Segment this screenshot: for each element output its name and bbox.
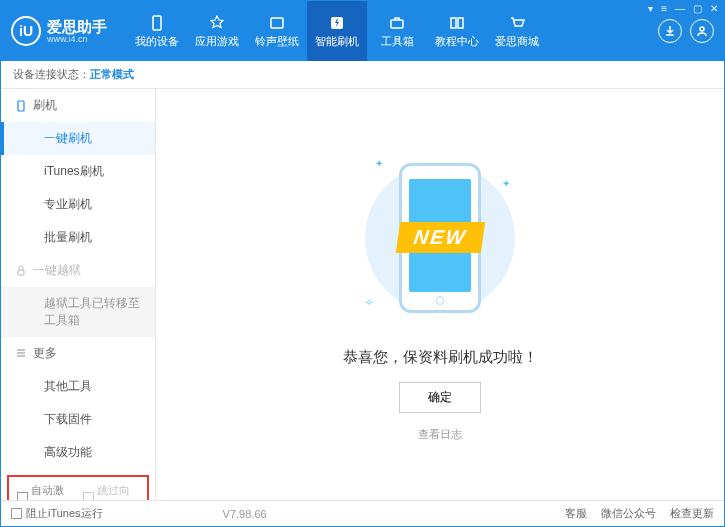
sidebar-item-download-fw[interactable]: 下载固件 — [1, 403, 155, 436]
header: iU 爱思助手 www.i4.cn 我的设备 应用游戏 铃声壁纸 智能刷机 — [1, 1, 724, 61]
svg-rect-1 — [271, 18, 283, 28]
version-label: V7.98.66 — [223, 508, 267, 520]
footer: 阻止iTunes运行 V7.98.66 客服 微信公众号 检查更新 — [1, 500, 724, 526]
status-label: 设备连接状态： — [13, 67, 90, 82]
sidebar-item-oneclick[interactable]: 一键刷机 — [1, 122, 155, 155]
footer-link-wechat[interactable]: 微信公众号 — [601, 506, 656, 521]
list-icon — [15, 347, 27, 359]
footer-link-support[interactable]: 客服 — [565, 506, 587, 521]
success-illustration: ✦ ✦ ✧ NEW — [355, 148, 525, 328]
svg-rect-6 — [18, 270, 24, 275]
svg-rect-3 — [391, 20, 403, 28]
sidebar-item-batch[interactable]: 批量刷机 — [1, 221, 155, 254]
apps-icon — [208, 14, 226, 32]
sidebar-group-jailbreak: 一键越狱 — [1, 254, 155, 287]
top-nav: 我的设备 应用游戏 铃声壁纸 智能刷机 工具箱 教程中心 — [127, 1, 658, 61]
checkbox-icon — [17, 492, 28, 500]
checkbox-icon — [11, 508, 22, 519]
sidebar-item-pro[interactable]: 专业刷机 — [1, 188, 155, 221]
success-text: 恭喜您，保资料刷机成功啦！ — [343, 348, 538, 367]
nav-tutorials[interactable]: 教程中心 — [427, 1, 487, 61]
toolbox-icon — [388, 14, 406, 32]
checkbox-block-itunes[interactable]: 阻止iTunes运行 — [11, 506, 103, 521]
sidebar-jailbreak-info: 越狱工具已转移至工具箱 — [1, 287, 155, 337]
lock-icon — [15, 265, 27, 277]
nav-my-device[interactable]: 我的设备 — [127, 1, 187, 61]
cart-icon — [508, 14, 526, 32]
nav-apps[interactable]: 应用游戏 — [187, 1, 247, 61]
sidebar: 刷机 一键刷机 iTunes刷机 专业刷机 批量刷机 一键越狱 越狱工具已转移至… — [1, 89, 156, 500]
ok-button[interactable]: 确定 — [399, 382, 481, 413]
phone-small-icon — [15, 100, 27, 112]
app-url: www.i4.cn — [47, 34, 107, 44]
phone-icon — [148, 14, 166, 32]
sidebar-group-more[interactable]: 更多 — [1, 337, 155, 370]
minimize-icon[interactable]: — — [675, 3, 685, 14]
status-bar: 设备连接状态： 正常模式 — [1, 61, 724, 89]
sidebar-item-advanced[interactable]: 高级功能 — [1, 436, 155, 469]
highlight-box: 自动激活 跳过向导 — [7, 475, 149, 500]
book-icon — [448, 14, 466, 32]
nav-toolbox[interactable]: 工具箱 — [367, 1, 427, 61]
close-icon[interactable]: ✕ — [710, 3, 718, 14]
new-banner: NEW — [395, 222, 484, 253]
checkbox-icon — [83, 492, 94, 500]
image-icon — [268, 14, 286, 32]
user-button[interactable] — [690, 19, 714, 43]
flash-icon — [328, 14, 346, 32]
sidebar-item-itunes[interactable]: iTunes刷机 — [1, 155, 155, 188]
svg-rect-5 — [18, 101, 24, 111]
footer-link-update[interactable]: 检查更新 — [670, 506, 714, 521]
checkbox-auto-activate[interactable]: 自动激活 — [17, 483, 73, 500]
download-button[interactable] — [658, 19, 682, 43]
logo: iU 爱思助手 www.i4.cn — [11, 16, 107, 46]
sidebar-group-flash[interactable]: 刷机 — [1, 89, 155, 122]
checkbox-skip-guide[interactable]: 跳过向导 — [83, 483, 139, 500]
sidebar-item-other[interactable]: 其他工具 — [1, 370, 155, 403]
nav-store[interactable]: 爱思商城 — [487, 1, 547, 61]
nav-flash[interactable]: 智能刷机 — [307, 1, 367, 61]
svg-point-4 — [700, 27, 704, 31]
logo-icon: iU — [11, 16, 41, 46]
nav-ringtones[interactable]: 铃声壁纸 — [247, 1, 307, 61]
menu2-icon[interactable]: ≡ — [661, 3, 667, 14]
menu-icon[interactable]: ▾ — [648, 3, 653, 14]
status-value: 正常模式 — [90, 67, 134, 82]
maximize-icon[interactable]: ▢ — [693, 3, 702, 14]
main-content: ✦ ✦ ✧ NEW 恭喜您，保资料刷机成功啦！ 确定 查看日志 — [156, 89, 724, 500]
view-log-link[interactable]: 查看日志 — [418, 427, 462, 442]
svg-rect-0 — [153, 16, 161, 30]
app-name: 爱思助手 — [47, 19, 107, 34]
